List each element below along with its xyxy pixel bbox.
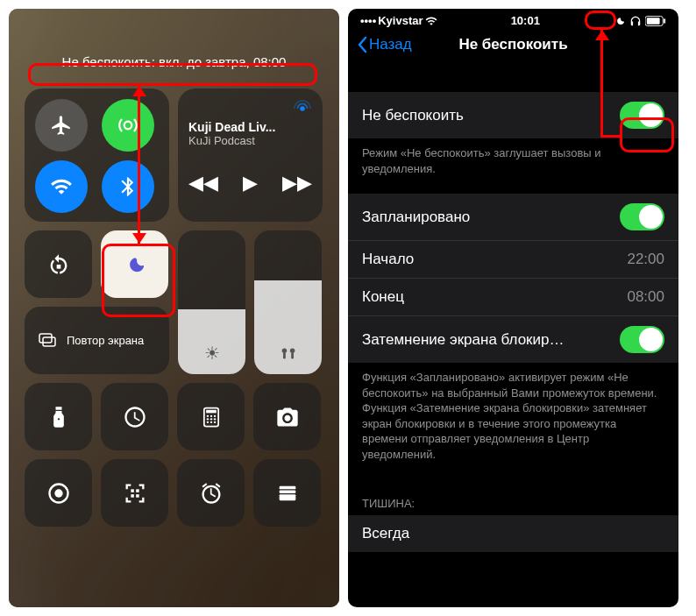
silence-header: ТИШИНА: xyxy=(348,479,678,515)
dnd-main-row[interactable]: Не беспокоить xyxy=(348,92,678,138)
svg-rect-8 xyxy=(206,409,217,413)
brightness-slider[interactable]: ☀ xyxy=(178,230,245,374)
start-row[interactable]: Начало 22:00 xyxy=(348,241,678,279)
carrier-label: Kyivstar xyxy=(378,14,423,27)
camera-button[interactable] xyxy=(253,383,321,450)
svg-rect-6 xyxy=(291,352,294,358)
dnd-status-text: Не беспокоить: вкл. до завтра, 08:00 xyxy=(25,53,323,71)
svg-point-19 xyxy=(54,489,62,497)
end-row[interactable]: Конец 08:00 xyxy=(348,279,678,316)
dnd-main-footer: Режим «Не беспокоить» заглушает вызовы и… xyxy=(348,138,678,194)
wifi-toggle[interactable] xyxy=(35,160,88,213)
svg-point-17 xyxy=(213,421,215,422)
dim-toggle[interactable] xyxy=(620,326,664,353)
svg-rect-29 xyxy=(664,18,665,24)
dnd-status-icon xyxy=(614,15,626,27)
calculator-button[interactable] xyxy=(177,383,245,450)
svg-point-12 xyxy=(206,418,208,420)
svg-rect-1 xyxy=(39,334,52,343)
bluetooth-toggle[interactable] xyxy=(102,160,154,213)
scheduled-label: Запланировано xyxy=(362,209,470,226)
cellular-toggle[interactable] xyxy=(102,99,154,152)
svg-rect-21 xyxy=(136,489,139,492)
battery-icon xyxy=(645,16,666,26)
rewind-button[interactable]: ◀◀ xyxy=(188,172,218,195)
wifi-icon xyxy=(425,15,437,27)
svg-point-14 xyxy=(213,418,215,420)
headphones-icon xyxy=(629,15,642,27)
svg-point-15 xyxy=(206,421,208,422)
svg-rect-2 xyxy=(43,337,55,346)
dnd-main-label: Не беспокоить xyxy=(362,107,464,124)
timer-button[interactable] xyxy=(101,383,168,450)
mirror-label: Повтор экрана xyxy=(67,334,144,348)
scheduled-toggle[interactable] xyxy=(620,203,664,230)
status-bar: •••• Kyivstar 10:01 xyxy=(348,9,678,29)
scheduled-row[interactable]: Запланировано xyxy=(348,194,678,241)
chevron-left-icon xyxy=(357,36,367,53)
screen-mirroring-button[interactable]: Повтор экрана xyxy=(25,307,169,374)
svg-point-0 xyxy=(300,106,305,111)
wallet-button[interactable] xyxy=(253,459,321,527)
svg-rect-28 xyxy=(647,18,660,24)
dim-row[interactable]: Затемнение экрана блокир… xyxy=(348,316,678,363)
svg-point-10 xyxy=(210,414,211,416)
svg-rect-26 xyxy=(279,494,295,500)
svg-rect-24 xyxy=(279,485,295,489)
dnd-toggle[interactable] xyxy=(101,230,168,298)
volume-slider[interactable] xyxy=(254,230,322,374)
dnd-main-toggle[interactable] xyxy=(620,102,664,129)
svg-point-13 xyxy=(210,418,211,420)
forward-button[interactable]: ▶▶ xyxy=(282,172,312,195)
always-label: Всегда xyxy=(362,525,409,542)
svg-rect-22 xyxy=(131,494,134,498)
back-button[interactable]: Назад xyxy=(357,36,412,53)
flashlight-button[interactable] xyxy=(25,383,92,450)
play-button[interactable]: ▶ xyxy=(243,172,258,195)
media-subtitle: KuJi Podcast xyxy=(188,134,255,147)
media-tile[interactable]: Kuji Dead Liv... KuJi Podcast ◀◀ ▶ ▶▶ xyxy=(178,89,323,222)
airplane-mode-toggle[interactable] xyxy=(35,99,88,152)
airpods-icon xyxy=(279,344,298,364)
svg-rect-25 xyxy=(279,490,295,493)
always-row[interactable]: Всегда xyxy=(348,515,678,552)
screen-record-button[interactable] xyxy=(25,459,92,527)
svg-rect-4 xyxy=(283,352,286,358)
control-center-screen: Не беспокоить: вкл. до завтра, 08:00 Kuj… xyxy=(9,9,339,607)
start-label: Начало xyxy=(362,251,414,268)
end-value: 08:00 xyxy=(627,288,664,306)
qr-scan-button[interactable] xyxy=(101,459,168,527)
nav-bar: Назад Не беспокоить xyxy=(348,29,678,66)
connectivity-tile xyxy=(25,89,169,222)
svg-rect-20 xyxy=(131,489,134,492)
end-label: Конец xyxy=(362,288,404,306)
airplay-icon[interactable] xyxy=(293,99,312,122)
svg-point-9 xyxy=(206,414,208,416)
media-title: Kuji Dead Liv... xyxy=(188,120,275,134)
scheduled-footer: Функция «Запланировано» активирует режим… xyxy=(348,363,678,479)
signal-icon: •••• xyxy=(360,14,376,27)
settings-screen: •••• Kyivstar 10:01 Назад Не беспокоить … xyxy=(348,9,678,607)
clock: 10:01 xyxy=(511,14,540,27)
dim-label: Затемнение экрана блокир… xyxy=(362,331,565,349)
svg-point-16 xyxy=(210,421,211,422)
rotation-lock-toggle[interactable] xyxy=(25,230,92,298)
start-value: 22:00 xyxy=(627,251,664,268)
back-label: Назад xyxy=(369,36,412,53)
brightness-icon: ☀ xyxy=(204,343,220,364)
alarm-button[interactable] xyxy=(177,459,245,527)
svg-rect-23 xyxy=(136,494,139,498)
page-title: Не беспокоить xyxy=(458,36,567,53)
svg-point-11 xyxy=(213,414,215,416)
